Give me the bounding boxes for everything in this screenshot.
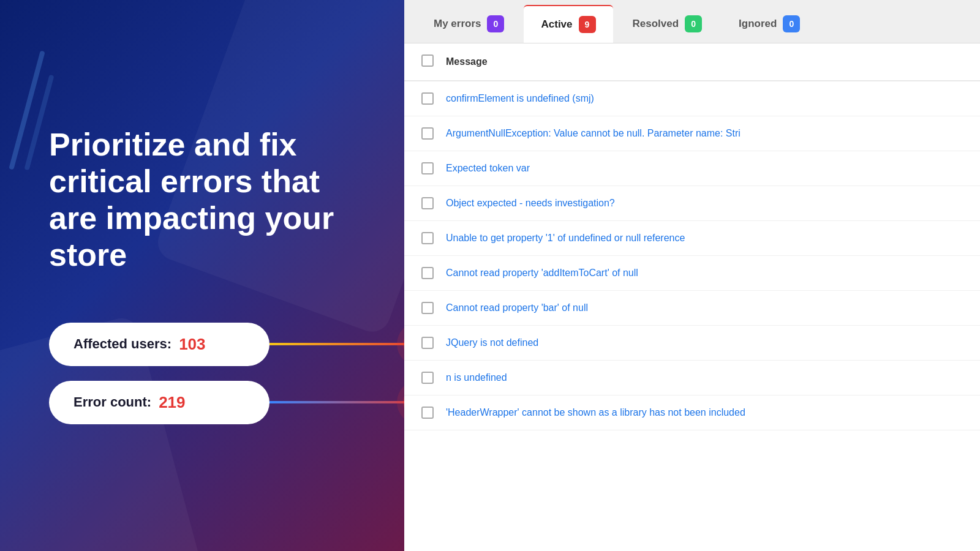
tab-label-resolved: Resolved	[633, 18, 679, 30]
tab-label-active: Active	[541, 18, 572, 31]
select-all-checkbox[interactable]	[421, 54, 434, 67]
stat-cards: Affected users: 103 Error count: 219	[49, 323, 368, 424]
table-header-row: Message	[404, 43, 980, 81]
affected-users-label: Affected users:	[74, 336, 172, 352]
error-checkbox-7[interactable]	[421, 302, 434, 314]
affected-users-value: 103	[179, 335, 205, 354]
table-row[interactable]: Expected token var	[404, 151, 980, 186]
error-checkbox-2[interactable]	[421, 127, 434, 140]
table-row[interactable]: 'HeaderWrapper' cannot be shown as a lib…	[404, 395, 980, 430]
error-message-4[interactable]: Object expected - needs investigation?	[446, 198, 963, 209]
left-panel: Prioritize and fix critical errors that …	[0, 0, 404, 551]
error-checkbox-1[interactable]	[421, 92, 434, 105]
right-panel: My errors0Active9Resolved0Ignored0 Messa…	[404, 0, 980, 551]
error-checkbox-6[interactable]	[421, 267, 434, 279]
tab-badge-resolved: 0	[685, 15, 702, 32]
table-row[interactable]: Unable to get property '1' of undefined …	[404, 221, 980, 256]
error-message-8[interactable]: JQuery is not defined	[446, 337, 963, 348]
header-checkbox-col	[421, 54, 446, 69]
error-checkbox-10[interactable]	[421, 407, 434, 419]
tab-ignored[interactable]: Ignored0	[722, 5, 817, 43]
error-message-5[interactable]: Unable to get property '1' of undefined …	[446, 233, 963, 244]
connection-line-1	[270, 343, 404, 345]
tab-my-errors[interactable]: My errors0	[417, 5, 521, 43]
tab-badge-ignored: 0	[783, 15, 800, 32]
tab-resolved[interactable]: Resolved0	[616, 5, 720, 43]
error-message-9[interactable]: n is undefined	[446, 372, 963, 383]
error-checkbox-3[interactable]	[421, 162, 434, 174]
tab-badge-my-errors: 0	[487, 15, 504, 32]
error-message-3[interactable]: Expected token var	[446, 163, 963, 174]
error-message-10[interactable]: 'HeaderWrapper' cannot be shown as a lib…	[446, 407, 963, 418]
error-count-value: 219	[159, 393, 185, 412]
table-row[interactable]: JQuery is not defined	[404, 326, 980, 361]
errors-table: Message confirmElement is undefined (smj…	[404, 43, 980, 551]
tab-active[interactable]: Active9	[524, 5, 612, 43]
error-message-1[interactable]: confirmElement is undefined (smj)	[446, 93, 963, 104]
table-row[interactable]: n is undefined	[404, 361, 980, 395]
connection-line-2	[270, 401, 404, 403]
error-checkbox-4[interactable]	[421, 197, 434, 209]
table-row[interactable]: Cannot read property 'addItemToCart' of …	[404, 256, 980, 291]
table-row[interactable]: Object expected - needs investigation?	[404, 186, 980, 221]
tab-label-ignored: Ignored	[739, 18, 777, 30]
message-column-header: Message	[446, 56, 963, 67]
table-row[interactable]: Cannot read property 'bar' of null	[404, 291, 980, 326]
affected-users-card: Affected users: 103	[49, 323, 270, 366]
tab-badge-active: 9	[579, 16, 596, 33]
error-count-label: Error count:	[74, 394, 151, 410]
error-rows-container: confirmElement is undefined (smj)Argumen…	[404, 81, 980, 430]
table-row[interactable]: confirmElement is undefined (smj)	[404, 81, 980, 116]
error-checkbox-8[interactable]	[421, 337, 434, 349]
error-count-card: Error count: 219	[49, 381, 270, 424]
error-message-7[interactable]: Cannot read property 'bar' of null	[446, 302, 963, 313]
table-row[interactable]: ArgumentNullException: Value cannot be n…	[404, 116, 980, 151]
error-checkbox-5[interactable]	[421, 232, 434, 244]
error-checkbox-9[interactable]	[421, 372, 434, 384]
error-message-6[interactable]: Cannot read property 'addItemToCart' of …	[446, 268, 963, 279]
headline: Prioritize and fix critical errors that …	[49, 127, 368, 273]
tabs-bar: My errors0Active9Resolved0Ignored0	[404, 0, 980, 43]
error-message-2[interactable]: ArgumentNullException: Value cannot be n…	[446, 128, 963, 139]
tab-label-my-errors: My errors	[434, 18, 481, 30]
